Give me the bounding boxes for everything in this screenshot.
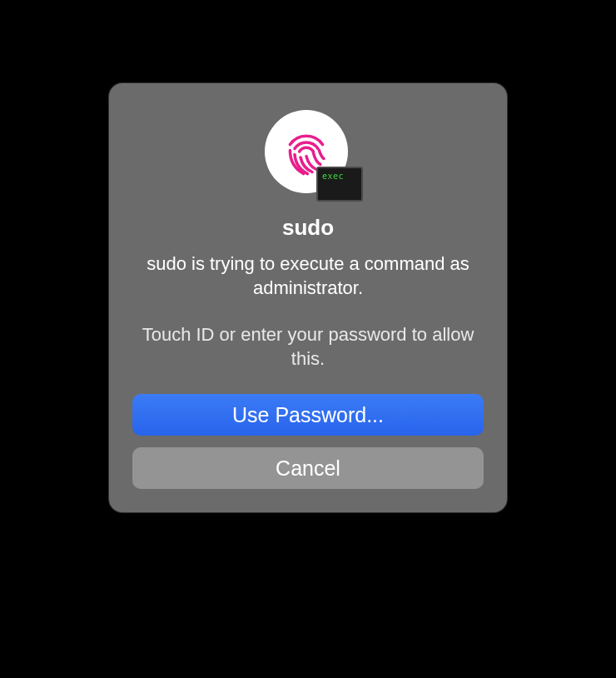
button-group: Use Password... Cancel	[132, 394, 484, 489]
dialog-instruction: Touch ID or enter your password to allow…	[132, 323, 484, 371]
auth-dialog: exec sudo sudo is trying to execute a co…	[109, 83, 507, 512]
terminal-badge-icon: exec	[316, 167, 363, 202]
terminal-badge-text: exec	[322, 172, 344, 181]
cancel-button[interactable]: Cancel	[132, 447, 484, 489]
use-password-button[interactable]: Use Password...	[132, 394, 484, 436]
dialog-title: sudo	[282, 215, 334, 241]
dialog-message: sudo is trying to execute a command as a…	[132, 252, 484, 300]
dialog-icon-container: exec	[265, 110, 351, 197]
